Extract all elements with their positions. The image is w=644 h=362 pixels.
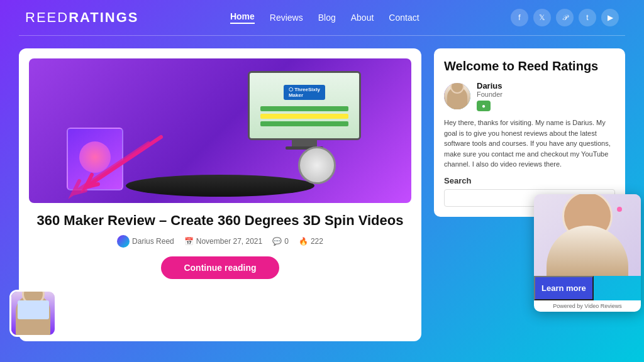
- youtube-icon[interactable]: ▶: [601, 9, 619, 26]
- site-logo[interactable]: ReedRatings: [25, 9, 139, 26]
- powered-by-label: Powered by Video Reviews: [534, 300, 641, 312]
- pinterest-icon[interactable]: 𝒫: [556, 9, 574, 26]
- progress-bar-1: [260, 106, 348, 111]
- nav-home[interactable]: Home: [230, 11, 255, 24]
- display-platform: [126, 175, 314, 197]
- author-info: Darius Founder ●: [477, 81, 502, 111]
- search-label: Search: [444, 176, 615, 185]
- article-title: 360 Maker Review – Create 360 Degrees 3D…: [29, 212, 411, 230]
- welcome-card: Welcome to Reed Ratings Darius Founder ●…: [434, 48, 625, 217]
- social-icons-group: f 𝕏 𝒫 t ▶: [511, 9, 619, 26]
- article-meta: Darius Reed 📅 November 27, 2021 💬 0 🔥 22…: [29, 235, 411, 248]
- comments-meta: 💬 0: [272, 237, 289, 246]
- welcome-description: Hey there, thanks for visiting. My name …: [444, 118, 615, 170]
- monitor-screen: ⬡ ThreeSixtyMaker: [248, 71, 361, 140]
- views-meta: 🔥 222: [299, 237, 323, 246]
- author-avatar: [444, 83, 470, 109]
- progress-bar-3: [260, 121, 348, 126]
- article-hero-image: ⬡ ThreeSixtyMaker: [29, 58, 411, 203]
- monitor-stand: [292, 140, 317, 146]
- nav-about[interactable]: About: [351, 13, 374, 23]
- nav-contact[interactable]: Contact: [389, 13, 419, 23]
- tumblr-icon[interactable]: t: [579, 9, 596, 26]
- video-preview-area: [534, 194, 641, 276]
- calendar-icon: 📅: [184, 237, 194, 246]
- product-box: [67, 128, 123, 190]
- twitter-icon[interactable]: 𝕏: [533, 9, 551, 26]
- comment-icon: 💬: [272, 237, 282, 246]
- welcome-title: Welcome to Reed Ratings: [444, 58, 615, 74]
- author-display-name: Darius: [477, 81, 502, 90]
- progress-bar-2: [260, 114, 348, 119]
- author-name: Darius Reed: [132, 237, 174, 246]
- header: ReedRatings Home Reviews Blog About Cont…: [0, 0, 644, 35]
- screen-content: ⬡ ThreeSixtyMaker: [250, 73, 359, 138]
- view-count: 222: [311, 237, 323, 246]
- main-nav: Home Reviews Blog About Contact: [230, 11, 419, 24]
- nav-blog[interactable]: Blog: [318, 13, 336, 23]
- screen-brand-label: ⬡ ThreeSixtyMaker: [284, 85, 325, 100]
- fire-icon: 🔥: [299, 237, 308, 246]
- date-meta: 📅 November 27, 2021: [184, 237, 262, 246]
- author-row: Darius Founder ●: [444, 81, 615, 111]
- learn-more-button[interactable]: Learn more: [534, 276, 594, 300]
- article-card: ⬡ ThreeSixtyMaker 360 Maker Rev: [19, 48, 421, 341]
- article-date: November 27, 2021: [196, 237, 262, 246]
- monitor-display: ⬡ ThreeSixtyMaker: [248, 71, 361, 153]
- author-meta: Darius Reed: [117, 235, 174, 248]
- author-role: Founder: [477, 90, 502, 98]
- facebook-icon[interactable]: f: [511, 9, 528, 26]
- camera-360: [298, 146, 336, 184]
- video-reviews-widget: Learn more Powered by Video Reviews: [534, 194, 641, 312]
- bottom-left-avatar: [9, 290, 57, 337]
- continue-reading-button[interactable]: Continue reading: [161, 256, 279, 279]
- nav-reviews[interactable]: Reviews: [270, 13, 303, 23]
- author-follow-button[interactable]: ●: [477, 101, 491, 111]
- avatar-person-image: [11, 292, 55, 335]
- comment-count: 0: [284, 237, 289, 246]
- author-avatar-small: [117, 235, 130, 248]
